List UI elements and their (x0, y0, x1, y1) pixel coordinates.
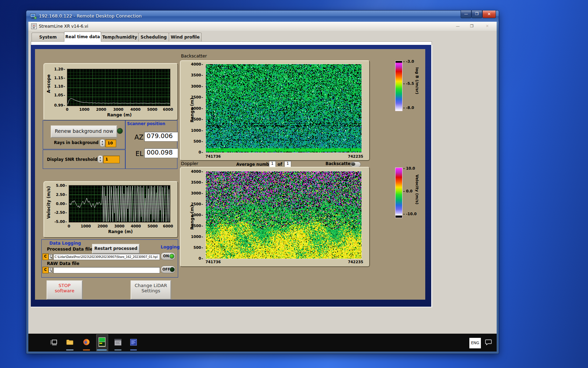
ascope-plot[interactable] (67, 69, 170, 106)
average-number-label: Average number (236, 162, 274, 167)
raw-path-type-icon (49, 267, 52, 273)
tab-system-setup[interactable]: System setup (31, 33, 64, 41)
tab-scheduling[interactable]: Scheduling (138, 33, 169, 41)
processed-logging-toggle[interactable]: ON (161, 252, 175, 260)
ascope-graph-frame: 1.20 1.15 1.10 1.05 0.99 0 1000 2000 300… (43, 63, 178, 121)
background-controls-box: Renew background now Rays in background … (43, 120, 126, 149)
streamline-app-icon[interactable] (98, 337, 106, 347)
dp-cbar-tick: 10.0 (403, 166, 415, 170)
velocity-xtick: 5000 (147, 224, 158, 228)
rdp-close-button[interactable]: ✕ (482, 11, 496, 18)
on-label: ON (163, 254, 169, 258)
velocity-ytick: 2.50 (52, 192, 67, 197)
backscatter-display-switch[interactable] (350, 162, 361, 167)
app-titlebar[interactable]: StreamLine XR v14-6.vi — ❐ ✕ (28, 22, 497, 31)
restart-processed-file-button[interactable]: Restart processed file (92, 244, 140, 254)
az-label: AZ (134, 133, 144, 141)
backscatter-colorbar (395, 61, 402, 111)
dp-x-right: 742235 (348, 260, 363, 264)
dp-cbar-tick: 0.0 (403, 189, 413, 193)
snr-threshold-box: Display SNR threshold ▲▼ 1 (43, 150, 126, 169)
terminal-app-icon[interactable] (130, 339, 137, 346)
data-logging-title: Data Logging (49, 241, 81, 246)
change-lidar-settings-button[interactable]: Change LiDAR Settings (131, 280, 171, 300)
app-minimize-button[interactable]: — (454, 23, 462, 29)
processed-path-text: C:\Lidar\Data\Proc\2023\202309\20230907\… (55, 255, 158, 259)
processed-data-file-label: Processed Data file (47, 247, 93, 252)
az-value-field[interactable]: 079.006 (144, 132, 178, 142)
vi-panel: 1.20 1.15 1.10 1.05 0.99 0 1000 2000 300… (35, 49, 425, 300)
running-indicator (130, 349, 137, 350)
dp-ytick: 500 (188, 245, 203, 250)
average-number-field[interactable]: 1 (269, 161, 276, 167)
task-view-icon[interactable] (50, 339, 57, 346)
app-body: System setup Real time data Temp/humidit… (28, 31, 497, 352)
tab-wind-profile[interactable]: Wind profile (169, 33, 202, 41)
rdp-maximize-button[interactable]: ❐ (471, 11, 482, 18)
rays-spinner[interactable]: ▲▼ (100, 139, 105, 147)
velocity-ytick: -5.00 (52, 219, 67, 224)
velocity-xtick: 3000 (114, 224, 124, 228)
dp-ytick: 3000 (188, 191, 203, 195)
app-vi-icon (31, 23, 37, 29)
app-close-button[interactable]: ✕ (483, 23, 491, 29)
language-indicator[interactable]: ENG (469, 338, 481, 348)
dp-x-left: 741736 (205, 260, 221, 264)
running-indicator (83, 349, 90, 350)
file-explorer-icon[interactable] (66, 339, 74, 345)
scanner-position-title: Scanner position (127, 121, 165, 126)
ascope-ytick: 1.15 (50, 76, 65, 80)
data-logging-box: Data Logging Processed Data file Restart… (41, 239, 178, 278)
bs-cbar-tick: -8.0 (403, 105, 414, 110)
rays-value-field[interactable]: 10 (105, 139, 116, 147)
raw-path-field[interactable] (53, 267, 160, 273)
snr-spinner[interactable]: ▲▼ (98, 155, 103, 163)
dp-ytick: 0 (188, 256, 203, 260)
rdp-minimize-button[interactable]: — (461, 11, 471, 18)
backscatter-heatmap[interactable] (205, 64, 362, 153)
processed-drive-selector[interactable]: C (42, 253, 49, 260)
running-indicator (66, 349, 74, 350)
change-line1: Change LiDAR (131, 283, 170, 288)
bs-cbar-tick: -3.0 (403, 59, 414, 63)
average-count-field[interactable]: 1 (284, 161, 291, 167)
backscatter-title: Backscatter (181, 53, 207, 59)
scan-scheduler-icon[interactable] (114, 339, 121, 346)
change-line2: Settings (131, 288, 170, 293)
el-value-field[interactable]: 000.098 (144, 148, 178, 158)
velocity-plot[interactable] (69, 185, 170, 222)
bs-x-left: 741736 (205, 154, 221, 158)
tab-real-time-data[interactable]: Real time data (64, 32, 101, 42)
snr-value-field[interactable]: 1 (103, 156, 120, 163)
app-restore-button[interactable]: ❐ (468, 23, 476, 29)
ascope-xlabel: Range (m) (107, 113, 132, 117)
processed-path-field[interactable]: C:\Lidar\Data\Proc\2023\202309\20230907\… (53, 254, 160, 260)
bs-ytick: 500 (188, 139, 203, 143)
scanner-position-box: Scanner position AZ 079.006 EL 000.098 (125, 120, 177, 169)
ascope-ytick: 1.05 (50, 93, 65, 97)
velocity-xtick: 1000 (80, 224, 91, 228)
velocity-graph-frame: 5.00 2.50 0.00 -2.50 -5.00 0 1000 2000 3… (43, 181, 178, 238)
doppler-title: Doppler (181, 161, 198, 166)
notifications-icon[interactable] (485, 339, 492, 345)
raw-drive-selector[interactable]: C (42, 267, 49, 273)
bs-ytick: 1000 (188, 128, 203, 132)
on-lamp (169, 254, 174, 259)
raw-logging-toggle[interactable]: OFF (161, 266, 175, 273)
velocity-ytick: 0.00 (52, 202, 67, 206)
dp-cbar-label: Velocity (m/s) (415, 175, 419, 204)
doppler-heatmap[interactable] (205, 171, 362, 259)
velocity-xtick: 4000 (131, 224, 141, 228)
ascope-trace (68, 69, 170, 105)
rdp-titlebar[interactable]: 192.168.0.122 - Remote Desktop Connectio… (26, 11, 499, 22)
renew-background-button[interactable]: Renew background now (51, 125, 117, 138)
tab-temp-humidity[interactable]: Temp/humidity (101, 33, 139, 41)
ascope-xtick: 4000 (130, 107, 140, 111)
dp-ytick: 4000 (188, 169, 203, 173)
switch-knob (351, 162, 355, 166)
stop-software-button[interactable]: STOP software (47, 280, 83, 300)
off-lamp (170, 267, 175, 272)
bs-x-right: 742235 (348, 154, 363, 158)
firefox-icon[interactable] (83, 339, 90, 346)
remote-session: StreamLine XR v14-6.vi — ❐ ✕ System setu… (28, 22, 497, 352)
